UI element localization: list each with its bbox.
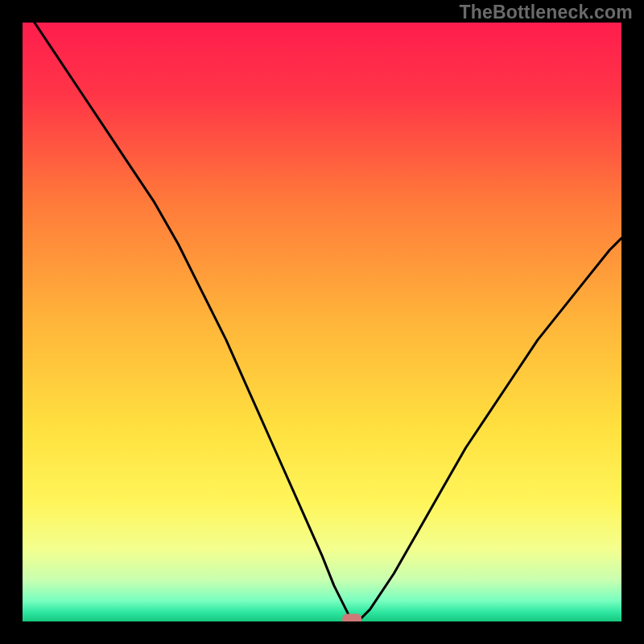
chart-container: TheBottleneck.com [0, 0, 644, 644]
optimal-point-marker [342, 614, 361, 621]
plot-background [23, 23, 621, 621]
watermark-text: TheBottleneck.com [459, 2, 633, 23]
bottleneck-chart [23, 23, 621, 621]
